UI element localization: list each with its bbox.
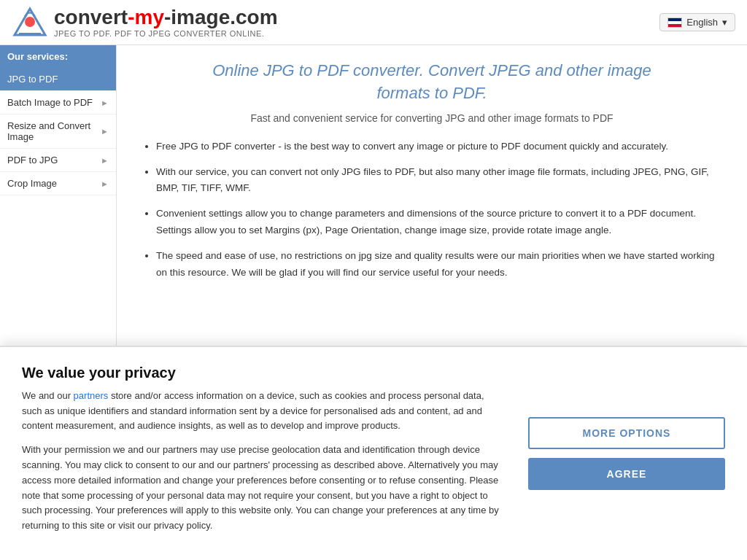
- sidebar-item-label: Resize and Convert Image: [7, 120, 101, 142]
- svg-point-1: [25, 17, 35, 27]
- agree-button[interactable]: AGREE: [528, 458, 725, 490]
- list-item: Convenient settings allow you to change …: [156, 206, 725, 239]
- logo-my: my: [134, 6, 163, 28]
- page-heading: Online JPG to PDF converter. Convert JPE…: [139, 60, 725, 105]
- privacy-banner: We value your privacy We and our partner…: [0, 346, 747, 560]
- sidebar-header: Our services:: [0, 45, 116, 68]
- logo-icon: [12, 6, 48, 39]
- logo-title: convert-my-image.com: [54, 7, 278, 29]
- flag-icon: [667, 18, 682, 28]
- chevron-right-icon: ►: [101, 127, 109, 136]
- partners-link[interactable]: partners: [74, 390, 109, 401]
- heading-line1: Online JPG to PDF converter. Convert JPE…: [212, 61, 651, 79]
- sidebar-item-pdf-to-jpg[interactable]: PDF to JPG ►: [0, 149, 116, 172]
- logo-rest: -image.com: [164, 6, 278, 28]
- sidebar-item-crop-image[interactable]: Crop Image ►: [0, 172, 116, 195]
- header: convert-my-image.com JPEG TO PDF. PDF TO…: [0, 0, 747, 45]
- list-item: With our service, you can convert not on…: [156, 164, 725, 198]
- page-subheading: Fast and convenient service for converti…: [139, 112, 725, 124]
- logo-subtitle: JPEG TO PDF. PDF TO JPEG CONVERTER ONLIN…: [54, 29, 278, 38]
- sidebar-item-batch-image-to-pdf[interactable]: Batch Image to PDF ►: [0, 91, 116, 114]
- chevron-right-icon: ►: [101, 179, 109, 188]
- sidebar-item-jpg-to-pdf[interactable]: JPG to PDF: [0, 68, 116, 91]
- lang-dropdown-arrow: ▾: [722, 17, 727, 28]
- privacy-title: We value your privacy: [22, 365, 506, 381]
- list-item: The speed and ease of use, no restrictio…: [156, 248, 725, 281]
- list-item: Free JPG to PDF converter - is the best …: [156, 139, 725, 155]
- feature-list: Free JPG to PDF converter - is the best …: [139, 139, 725, 282]
- sidebar-item-resize-convert-image[interactable]: Resize and Convert Image ►: [0, 114, 116, 149]
- privacy-body-2: With your permission we and our partners…: [22, 443, 506, 534]
- chevron-right-icon: ►: [101, 156, 109, 165]
- sidebar-item-label: Batch Image to PDF: [7, 97, 93, 108]
- sidebar-item-label: JPG to PDF: [7, 74, 58, 85]
- sidebar-item-label: PDF to JPG: [7, 155, 58, 166]
- heading-line2: formats to PDF.: [376, 84, 487, 102]
- logo-text-block: convert-my-image.com JPEG TO PDF. PDF TO…: [54, 7, 278, 38]
- logo-area: convert-my-image.com JPEG TO PDF. PDF TO…: [12, 6, 278, 39]
- language-selector[interactable]: English ▾: [659, 13, 735, 31]
- lang-label: English: [686, 17, 718, 28]
- privacy-body-1: We and our partners store and/or access …: [22, 389, 506, 434]
- logo-convert: convert: [54, 6, 128, 28]
- more-options-button[interactable]: MORE OPTIONS: [528, 417, 725, 449]
- sidebar-item-label: Crop Image: [7, 178, 57, 189]
- privacy-buttons: MORE OPTIONS AGREE: [528, 365, 725, 542]
- privacy-text-block: We value your privacy We and our partner…: [22, 365, 506, 542]
- chevron-right-icon: ►: [101, 98, 109, 107]
